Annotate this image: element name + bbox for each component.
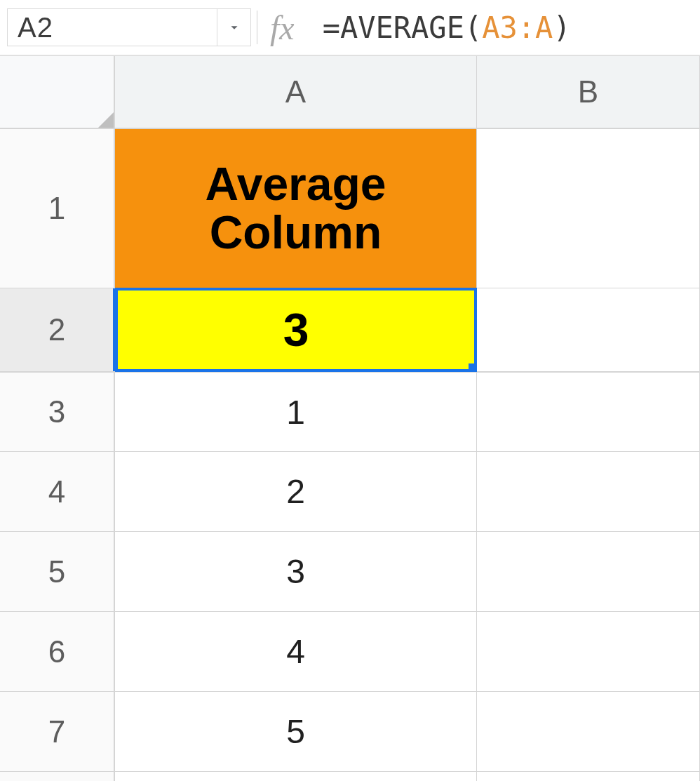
cell-a2-selected[interactable]: 3 bbox=[115, 288, 477, 372]
cell-a3[interactable]: 1 bbox=[115, 372, 477, 452]
cell-b5[interactable] bbox=[477, 532, 700, 612]
chevron-down-icon bbox=[227, 20, 242, 35]
row-header-3[interactable]: 3 bbox=[0, 372, 115, 452]
column-header-b[interactable]: B bbox=[477, 56, 700, 129]
cell-a2-value: 3 bbox=[283, 303, 309, 356]
cell-b1[interactable] bbox=[477, 129, 700, 288]
cell-b8[interactable] bbox=[477, 772, 700, 781]
formula-input[interactable]: =AVERAGE(A3:A) bbox=[323, 11, 571, 45]
cell-b4[interactable] bbox=[477, 452, 700, 532]
cell-a7[interactable]: 5 bbox=[115, 692, 477, 772]
formula-range-ref: A3:A bbox=[482, 11, 553, 45]
cell-b7[interactable] bbox=[477, 692, 700, 772]
cell-a8[interactable] bbox=[115, 772, 477, 781]
cell-a5[interactable]: 3 bbox=[115, 532, 477, 612]
spreadsheet-grid: A B 1 AverageColumn 2 3 3 1 4 2 5 3 6 4 … bbox=[0, 56, 700, 781]
row-header-4[interactable]: 4 bbox=[0, 452, 115, 532]
formula-prefix: =AVERAGE( bbox=[323, 11, 483, 45]
name-box-dropdown[interactable] bbox=[217, 8, 251, 46]
row-header-6[interactable]: 6 bbox=[0, 612, 115, 692]
name-box[interactable]: A2 bbox=[7, 8, 217, 46]
cell-b2[interactable] bbox=[477, 288, 700, 372]
cell-a6[interactable]: 4 bbox=[115, 612, 477, 692]
cell-a1[interactable]: AverageColumn bbox=[115, 129, 477, 288]
cell-b3[interactable] bbox=[477, 372, 700, 452]
formula-suffix: ) bbox=[553, 11, 570, 45]
cell-a4[interactable]: 2 bbox=[115, 452, 477, 532]
row-header-2[interactable]: 2 bbox=[0, 288, 115, 372]
row-header-8[interactable]: 8 bbox=[0, 772, 115, 781]
fx-icon: fx bbox=[270, 8, 295, 47]
row-header-1[interactable]: 1 bbox=[0, 129, 115, 288]
formula-bar: A2 fx =AVERAGE(A3:A) bbox=[0, 0, 700, 56]
cell-b6[interactable] bbox=[477, 612, 700, 692]
row-header-7[interactable]: 7 bbox=[0, 692, 115, 772]
row-header-5[interactable]: 5 bbox=[0, 532, 115, 612]
column-header-a[interactable]: A bbox=[115, 56, 477, 129]
divider bbox=[257, 11, 257, 44]
select-all-corner[interactable] bbox=[0, 56, 115, 129]
